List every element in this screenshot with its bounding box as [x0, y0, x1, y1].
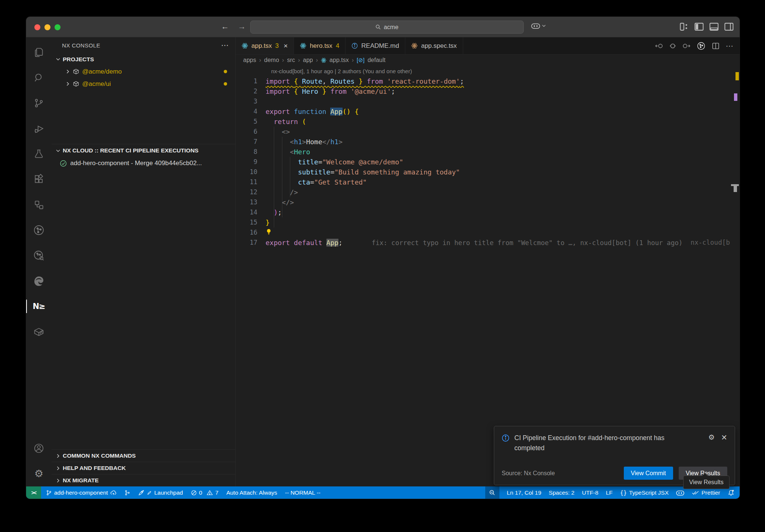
statusbar-vim-mode[interactable]: -- NORMAL --	[285, 489, 320, 496]
activity-edge-browser[interactable]	[26, 268, 52, 294]
section-nx-cloud[interactable]: NX CLOUD :: RECENT CI PIPELINE EXECUTION…	[52, 144, 235, 157]
activity-nx-console[interactable]: N≥	[26, 294, 52, 319]
code-line-5[interactable]: 5 return (	[236, 117, 740, 127]
section-projects[interactable]: PROJECTS	[52, 53, 235, 65]
section-common-nx-commands[interactable]: COMMON NX COMMANDS	[52, 449, 235, 462]
notification-close-icon[interactable]: ✕	[721, 433, 727, 442]
breadcrumb-item[interactable]: app	[303, 57, 313, 64]
statusbar-source-control-graph[interactable]	[124, 490, 130, 496]
code-line-11[interactable]: 11 cta="Get Started"	[236, 177, 740, 187]
account-icon	[33, 443, 44, 454]
toggle-secondary-sidebar-icon[interactable]	[724, 22, 734, 31]
breadcrumb-item[interactable]: default	[368, 57, 385, 64]
tab-app-spec-tsx[interactable]: app.spec.tsx	[405, 37, 463, 54]
breadcrumb-item[interactable]: demo	[264, 57, 279, 64]
tab-hero-tsx[interactable]: hero.tsx 4	[294, 37, 346, 54]
statusbar-launchpad[interactable]: Launchpad	[138, 489, 183, 496]
more-actions-icon[interactable]: ⋯	[221, 41, 229, 50]
code-line-1[interactable]: 1import { Route, Routes } from 'react-ro…	[236, 76, 740, 86]
tab-app-tsx[interactable]: app.tsx 3 ×	[236, 37, 294, 54]
activity-search[interactable]	[26, 65, 52, 90]
code-line-7[interactable]: 7 <h1>Home</h1>	[236, 137, 740, 147]
code-line-2[interactable]: 2import { Hero } from '@acme/ui';	[236, 86, 740, 96]
statusbar-notifications[interactable]	[728, 489, 734, 496]
copilot-icon	[531, 22, 540, 30]
nav-circle-icon[interactable]	[669, 43, 676, 49]
statusbar-cursor-position[interactable]: Ln 17, Col 19	[507, 489, 541, 496]
section-nx-migrate[interactable]: NX MIGRATE	[52, 474, 235, 486]
statusbar-formatter[interactable]: Prettier	[692, 489, 720, 496]
tab-readme-md[interactable]: README.md	[346, 37, 405, 54]
code-line-4[interactable]: 4export function App() {	[236, 106, 740, 117]
section-label: PROJECTS	[63, 56, 94, 63]
statusbar-indentation[interactable]: Spaces: 2	[549, 489, 574, 496]
history-back-button[interactable]: ←	[221, 22, 229, 31]
pipeline-execution-item[interactable]: add-hero-component - Merge 409b44e5cb02.…	[52, 157, 235, 170]
activity-nx-graph-search[interactable]	[26, 243, 52, 268]
nav-forward-circle-icon[interactable]	[682, 43, 690, 49]
close-window-button[interactable]	[34, 24, 40, 30]
customize-layout-icon[interactable]	[679, 22, 689, 31]
toggle-panel-icon[interactable]	[709, 22, 719, 31]
git-branch-graph-icon	[124, 490, 130, 496]
split-editor-icon[interactable]	[712, 42, 719, 50]
nav-back-circle-icon[interactable]	[655, 43, 663, 49]
code-line-6[interactable]: 6 <>	[236, 127, 740, 137]
code-line-9[interactable]: 9 title="Welcome @acme/demo"	[236, 157, 740, 167]
close-icon[interactable]: ×	[284, 42, 288, 50]
activity-nx-project-graph[interactable]	[26, 217, 52, 243]
nx-graph-icon[interactable]	[697, 41, 706, 50]
command-center-search[interactable]: acme	[250, 21, 524, 34]
code-line-10[interactable]: 10 subtitle="Build something amazing tod…	[236, 167, 740, 177]
section-help-feedback[interactable]: HELP AND FEEDBACK	[52, 462, 235, 474]
activity-run-debug[interactable]	[26, 116, 52, 141]
project-item-acme-ui[interactable]: @acme/ui	[52, 78, 235, 90]
statusbar-problems[interactable]: 0 7	[191, 489, 219, 496]
code-line-12[interactable]: 12 />	[236, 187, 740, 197]
remote-indicator[interactable]: ><	[26, 486, 41, 499]
code-line-3[interactable]: 3	[236, 96, 740, 106]
activity-settings[interactable]: ⚙	[26, 461, 52, 486]
activity-source-control[interactable]	[26, 90, 52, 116]
copilot-menu-button[interactable]	[531, 22, 546, 30]
statusbar-encoding[interactable]: UTF-8	[582, 489, 598, 496]
section-label: HELP AND FEEDBACK	[63, 465, 126, 471]
react-icon	[321, 58, 326, 63]
activity-accounts[interactable]	[26, 436, 52, 461]
view-commit-button[interactable]: View Commit	[624, 467, 673, 480]
minimize-window-button[interactable]	[44, 24, 50, 30]
project-label: @acme/demo	[82, 68, 122, 75]
git-blame-header[interactable]: nx-cloud[bot], 1 hour ago | 2 authors (Y…	[271, 66, 740, 76]
activity-project-structure[interactable]	[26, 192, 52, 217]
breadcrumb-item[interactable]: src	[287, 57, 295, 64]
statusbar-auto-attach[interactable]: Auto Attach: Always	[226, 489, 277, 496]
statusbar-branch[interactable]: add-hero-component	[46, 489, 117, 496]
statusbar-copilot[interactable]	[676, 489, 684, 496]
toggle-primary-sidebar-icon[interactable]	[694, 22, 704, 31]
cloud-upload-icon	[110, 490, 117, 496]
code-line-8[interactable]: 8 <Hero	[236, 147, 740, 157]
warning-icon	[207, 490, 213, 496]
breadcrumb-item[interactable]: app.tsx	[329, 57, 349, 64]
code-line-17[interactable]: 17export default App;fix: correct typo i…	[236, 238, 740, 248]
code-line-16[interactable]: 16	[236, 228, 740, 238]
history-forward-button[interactable]: →	[238, 22, 246, 31]
notification-settings-gear-icon[interactable]: ⚙	[708, 433, 715, 442]
zoom-window-button[interactable]	[55, 24, 61, 30]
statusbar-eol[interactable]: LF	[606, 489, 613, 496]
project-item-acme-demo[interactable]: @acme/demo	[52, 65, 235, 78]
breadcrumb-item[interactable]: apps	[243, 57, 256, 64]
activity-explorer[interactable]	[26, 40, 52, 65]
more-actions-icon[interactable]: ⋯	[726, 41, 734, 50]
lightbulb-icon[interactable]	[266, 229, 272, 235]
code-editor[interactable]: nx-cloud[bot], 1 hour ago | 2 authors (Y…	[236, 66, 740, 486]
activity-extensions[interactable]	[26, 167, 52, 192]
activity-containers[interactable]	[26, 319, 52, 344]
code-line-13[interactable]: 13 </>	[236, 197, 740, 207]
code-line-14[interactable]: 14 );	[236, 207, 740, 217]
rocket-small-icon	[147, 490, 152, 495]
activity-testing[interactable]	[26, 141, 52, 167]
statusbar-zoom-indicator[interactable]	[485, 486, 499, 499]
statusbar-language[interactable]: {} TypeScript JSX	[620, 489, 669, 496]
code-line-15[interactable]: 15}	[236, 217, 740, 228]
